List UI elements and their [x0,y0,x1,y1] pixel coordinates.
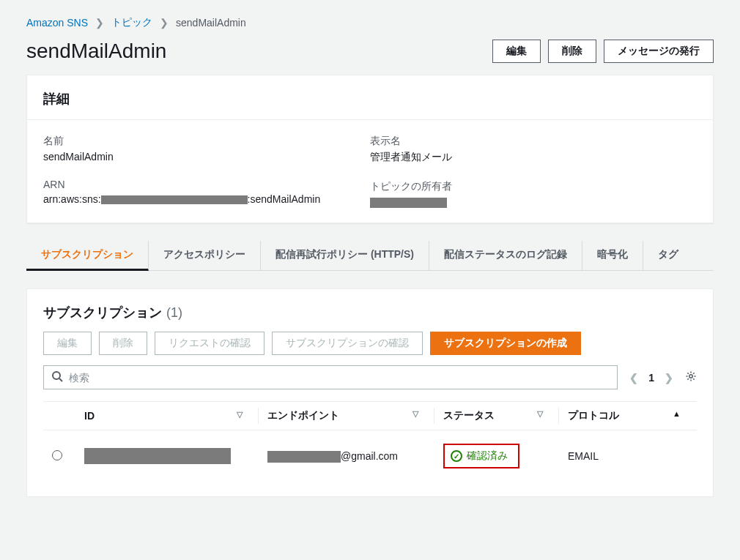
redacted-endpoint [267,451,341,463]
confirm-request-button[interactable]: リクエストの確認 [155,332,264,355]
table-row[interactable]: @gmail.com ✓ 確認済み EMAIL [43,430,697,482]
next-page-button[interactable]: ❯ [665,372,673,384]
tab-access-policy[interactable]: アクセスポリシー [149,241,261,270]
breadcrumb-topics[interactable]: トピック [111,16,152,29]
topic-owner-label: トピックの所有者 [370,180,697,193]
col-id[interactable]: ID [75,402,259,430]
redacted-id [84,448,231,464]
page-number: 1 [648,372,654,384]
arn-prefix: arn:aws:sns: [43,193,101,205]
tab-delivery-status-logging[interactable]: 配信ステータスのログ記録 [429,241,582,270]
col-endpoint[interactable]: エンドポイント [259,402,434,430]
tab-delivery-retry-policy[interactable]: 配信再試行ポリシー (HTTP/S) [261,241,429,270]
check-circle-icon: ✓ [451,450,462,462]
row-radio[interactable] [52,450,62,460]
status-confirmed: ✓ 確認済み [443,444,519,468]
sub-edit-button[interactable]: 編集 [43,332,92,355]
publish-message-button[interactable]: メッセージの発行 [604,40,714,63]
breadcrumb-current: sendMailAdmin [176,17,246,29]
tab-encryption[interactable]: 暗号化 [582,241,643,270]
search-box[interactable] [43,365,618,389]
tab-subscription[interactable]: サブスクリプション [26,241,149,271]
pagination: ❮ 1 ❯ [629,372,673,384]
redacted-owner [370,198,447,208]
endpoint-cell: @gmail.com [259,430,434,482]
name-value: sendMailAdmin [43,151,370,163]
redacted-region [101,195,248,204]
svg-point-2 [689,375,692,378]
chevron-right-icon: ❯ [160,17,169,29]
subscription-table: ID エンドポイント ステータス プロトコル @gmail.com ✓ [43,401,697,482]
subscription-heading: サブスクリプション [43,304,162,321]
col-select [43,402,75,430]
svg-point-0 [53,372,60,379]
name-label: 名前 [43,135,370,148]
prev-page-button[interactable]: ❮ [629,372,638,384]
create-subscription-button[interactable]: サブスクリプションの作成 [430,332,581,355]
tab-tags[interactable]: タグ [643,241,693,270]
subscription-count: (1) [166,305,182,321]
arn-suffix: :sendMailAdmin [248,193,321,205]
tabs: サブスクリプション アクセスポリシー 配信再試行ポリシー (HTTP/S) 配信… [26,241,714,271]
details-heading: 詳細 [43,90,697,108]
protocol-cell: EMAIL [559,430,697,482]
breadcrumb-root[interactable]: Amazon SNS [26,17,88,29]
display-name-label: 表示名 [370,135,697,148]
chevron-right-icon: ❯ [95,17,104,29]
settings-icon[interactable] [685,370,697,384]
details-panel: 詳細 名前 sendMailAdmin ARN arn:aws:sns::sen… [26,75,714,223]
breadcrumb: Amazon SNS ❯ トピック ❯ sendMailAdmin [26,16,714,29]
subscription-panel: サブスクリプション (1) 編集 削除 リクエストの確認 サブスクリプションの確… [26,288,714,497]
svg-line-1 [59,378,62,381]
edit-button[interactable]: 編集 [492,40,541,63]
page-title: sendMailAdmin [26,40,166,63]
col-protocol[interactable]: プロトコル [559,402,697,430]
delete-button[interactable]: 削除 [548,40,596,63]
arn-value: arn:aws:sns::sendMailAdmin [43,193,370,205]
search-input[interactable] [69,372,610,384]
col-status[interactable]: ステータス [434,402,559,430]
confirm-subscription-button[interactable]: サブスクリプションの確認 [272,332,423,355]
topic-owner-value [370,196,697,208]
search-icon [51,370,63,384]
endpoint-suffix: @gmail.com [341,450,398,462]
sub-delete-button[interactable]: 削除 [99,332,147,355]
arn-label: ARN [43,179,370,190]
display-name-value: 管理者通知メール [370,151,697,164]
status-label: 確認済み [467,449,508,463]
